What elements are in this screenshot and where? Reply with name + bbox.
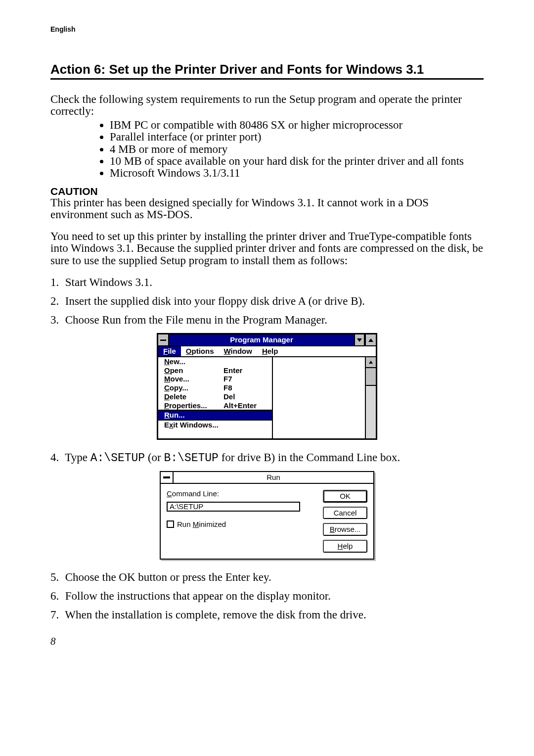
menu-item-move[interactable]: Move...F7 (158, 375, 272, 383)
menu-item-copy[interactable]: Copy...F8 (158, 383, 272, 392)
scroll-track[interactable] (366, 386, 376, 438)
ok-button[interactable]: OK (323, 490, 367, 503)
caution-text: This printer has been designed specially… (50, 197, 484, 221)
command-line-label: Command Line: (167, 490, 315, 498)
run-dialog: Run Command Line: A:\SETUP Run Minimized… (160, 471, 374, 560)
step-7: 7. When the installation is complete, re… (50, 609, 484, 621)
dialog-title: Run (174, 472, 373, 483)
minimize-icon[interactable] (354, 334, 365, 345)
step-5: 5. Choose the OK button or press the Ent… (50, 571, 484, 583)
window-title: Program Manager (169, 334, 354, 345)
page-header-language: English (50, 26, 484, 33)
menu-item-open[interactable]: OpenEnter (158, 366, 272, 375)
step-6: 6. Follow the instructions that appear o… (50, 590, 484, 602)
section-title: Action 6: Set up the Printer Driver and … (50, 63, 484, 80)
caution-heading: CAUTION (50, 186, 484, 197)
menu-item-new[interactable]: New... (158, 357, 272, 366)
menu-item-delete[interactable]: DeleteDel (158, 392, 272, 401)
system-menu-icon[interactable] (161, 472, 174, 483)
menu-window[interactable]: Window (219, 346, 257, 356)
menu-help[interactable]: Help (257, 346, 283, 356)
step-3: 3. Choose Run from the File menu in the … (50, 314, 484, 326)
step-4-text: Type A:\SETUP (or B:\SETUP for drive B) … (65, 451, 400, 464)
step-2: 2. Insert the supplied disk into your fl… (50, 295, 484, 307)
requirement-item: Microsoft Windows 3.1/3.11 (110, 167, 484, 179)
program-manager-window: Program Manager FileOptionsWindowHelp Ne… (157, 333, 377, 440)
requirement-item: 10 MB of space available on your hard di… (110, 155, 484, 167)
requirements-list: IBM PC or compatible with 80486 SX or hi… (50, 119, 484, 179)
page-number: 8 (50, 636, 484, 647)
menu-item-exit-windows[interactable]: Exit Windows... (158, 420, 272, 429)
menu-item-properties[interactable]: Properties...Alt+Enter (158, 401, 272, 410)
scroll-up-icon[interactable] (366, 357, 376, 368)
scroll-thumb[interactable] (366, 368, 376, 386)
requirement-item: Parallel interface (or printer port) (110, 131, 484, 143)
requirement-item: 4 MB or more of memory (110, 143, 484, 155)
step-1: 1. Start Windows 3.1. (50, 277, 484, 288)
checkbox-icon[interactable] (167, 520, 174, 528)
run-minimized-checkbox[interactable]: Run Minimized (167, 520, 315, 528)
cancel-button[interactable]: Cancel (323, 507, 367, 520)
intro-text: Check the following system requirements … (50, 94, 484, 117)
scrollbar[interactable] (365, 357, 376, 438)
maximize-icon[interactable] (365, 334, 376, 345)
menu-item-run[interactable]: Run... (158, 410, 272, 420)
command-line-input[interactable]: A:\SETUP (167, 502, 300, 512)
menu-file[interactable]: File (158, 346, 181, 356)
setup-intro: You need to set up this printer by insta… (50, 231, 484, 266)
system-menu-icon[interactable] (158, 334, 169, 345)
menu-options[interactable]: Options (181, 346, 219, 356)
help-button[interactable]: Help (323, 540, 367, 553)
browse-button[interactable]: Browse... (323, 523, 367, 536)
step-4: 4. Type A:\SETUP (or B:\SETUP for drive … (50, 452, 484, 464)
requirement-item: IBM PC or compatible with 80486 SX or hi… (110, 119, 484, 131)
